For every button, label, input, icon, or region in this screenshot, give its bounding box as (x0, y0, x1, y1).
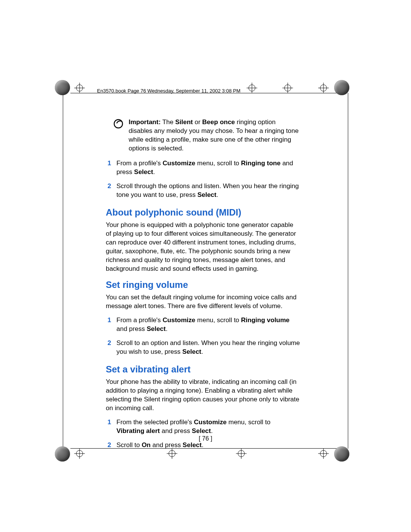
list-item: 1 From a profile's Customize menu, scrol… (106, 159, 300, 177)
section-heading-vibrate: Set a vibrating alert (106, 363, 300, 375)
steps-ringing-tone: 1 From a profile's Customize menu, scrol… (106, 159, 300, 200)
list-item: 2 Scroll through the options and listen.… (106, 182, 300, 200)
important-icon (113, 119, 123, 131)
step-text: Scroll to an option and listen. When you… (116, 339, 300, 356)
registration-ball-icon (55, 80, 70, 95)
section-heading-volume: Set ringing volume (106, 279, 300, 291)
page-number: [ 76 ] (199, 435, 212, 442)
step-number: 2 (106, 182, 111, 200)
step-text: From a profile's Customize menu, scroll … (116, 159, 300, 177)
crosshair-icon (318, 83, 329, 93)
list-item: 2 Scroll to an option and listen. When y… (106, 339, 300, 356)
list-item: 1 From the selected profile's Customize … (106, 418, 300, 436)
registration-ball-icon (334, 80, 349, 95)
registration-ball-icon (334, 446, 349, 462)
crosshair-icon (74, 83, 85, 93)
page: { "header": { "running_line": "En3570.bo… (0, 0, 411, 532)
step-number: 2 (106, 339, 111, 356)
crosshair-icon (74, 448, 85, 459)
steps-vibrating-alert: 1 From the selected profile's Customize … (106, 418, 300, 450)
step-number: 2 (106, 441, 111, 450)
body-paragraph: You can set the default ringing volume f… (106, 293, 300, 311)
body-content: Important: The Silent or Beep once ringi… (106, 118, 300, 456)
section-heading-midi: About polyphonic sound (MIDI) (106, 206, 300, 219)
body-paragraph: Your phone has the ability to vibrate, i… (106, 378, 300, 413)
crop-frame-right (348, 93, 348, 449)
step-text: From the selected profile's Customize me… (116, 418, 300, 436)
running-header: En3570.book Page 76 Wednesday, September… (97, 88, 241, 94)
important-label: Important: (129, 118, 161, 126)
step-number: 1 (106, 316, 111, 334)
list-item: 1 From a profile's Customize menu, scrol… (106, 316, 300, 334)
steps-ringing-volume: 1 From a profile's Customize menu, scrol… (106, 316, 300, 356)
important-note: Important: The Silent or Beep once ringi… (113, 118, 300, 153)
body-paragraph: Your phone is equipped with a polyphonic… (106, 221, 300, 273)
crosshair-icon (282, 83, 293, 93)
step-text: From a profile's Customize menu, scroll … (116, 316, 300, 334)
important-text: Important: The Silent or Beep once ringi… (129, 118, 300, 153)
registration-ball-icon (55, 446, 70, 462)
step-number: 1 (106, 418, 111, 436)
crop-frame-left (63, 93, 63, 449)
crosshair-icon (247, 83, 257, 93)
crosshair-icon (318, 448, 329, 459)
step-number: 1 (106, 159, 111, 177)
step-text: Scroll through the options and listen. W… (116, 182, 300, 200)
